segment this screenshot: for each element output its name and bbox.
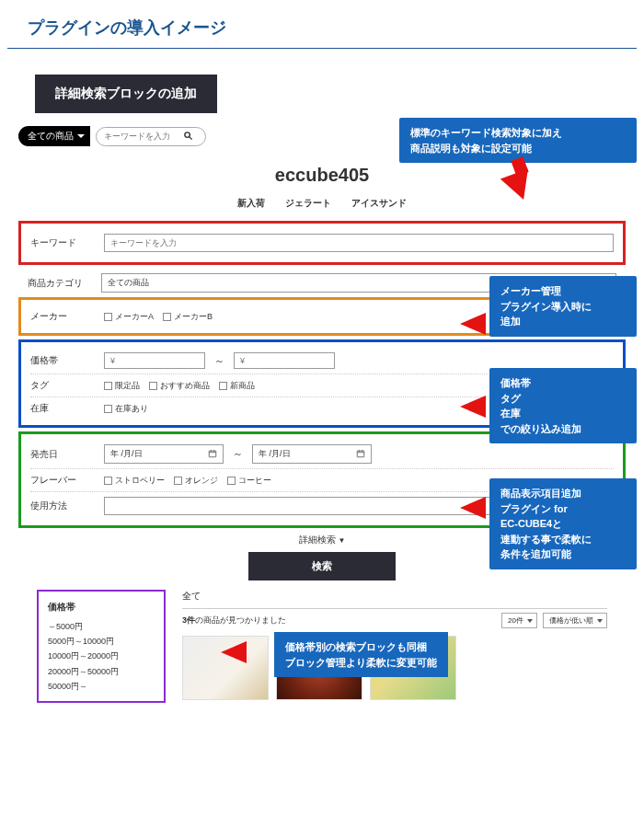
svg-rect-3	[209, 451, 216, 457]
callout-extra: 商品表示項目追加 プラグイン for EC-CUBE4と 連動する事で柔軟に 条…	[489, 478, 637, 569]
price-min-input[interactable]	[104, 352, 205, 369]
range-sep: ～	[233, 447, 243, 461]
stock-check[interactable]: 在庫あり	[104, 403, 148, 415]
stock-label: 在庫	[30, 402, 104, 415]
price-range-link[interactable]: 20000円～50000円	[48, 664, 155, 679]
category-dropdown[interactable]: 全ての商品	[18, 126, 90, 146]
maker-check-a[interactable]: メーカーA	[104, 311, 154, 323]
calendar-icon	[356, 449, 365, 460]
price-label: 価格帯	[30, 354, 104, 367]
per-page-select[interactable]: 20件	[501, 613, 537, 628]
flavor-check-1[interactable]: ストロベリー	[104, 475, 165, 487]
price-block-title: 価格帯	[48, 599, 155, 615]
chevron-down-icon: ▼	[338, 536, 345, 545]
maker-check-b[interactable]: メーカーB	[163, 311, 213, 323]
nav-item[interactable]: アイスサンド	[351, 197, 407, 210]
keyword-input[interactable]	[104, 234, 614, 252]
keyword-section: キーワード	[18, 221, 626, 265]
price-range-link[interactable]: 10000円～20000円	[48, 649, 155, 663]
range-sep: ～	[214, 354, 224, 368]
search-button[interactable]: 検索	[248, 552, 396, 580]
callout-price-tag-stock: 価格帯 タグ 在庫 での絞り込み追加	[489, 368, 637, 443]
results-tab-all[interactable]: 全て	[182, 590, 607, 603]
page-title: プラグインの導入イメージ	[0, 0, 644, 48]
arrow-icon	[460, 396, 486, 418]
category-label: 商品カテゴリ	[28, 277, 101, 290]
svg-rect-7	[357, 451, 364, 457]
release-label: 発売日	[30, 448, 104, 461]
price-range-link[interactable]: 5000円～10000円	[48, 634, 155, 649]
tag-check-1[interactable]: 限定品	[104, 380, 140, 392]
callout-maker: メーカー管理 プラグイン導入時に 追加	[489, 276, 637, 337]
flavor-check-2[interactable]: オレンジ	[174, 475, 218, 487]
price-range-link[interactable]: ～5000円	[48, 619, 155, 634]
callout-price-block: 価格帯別の検索ブロックも同梱 ブロック管理より柔軟に変更可能	[274, 632, 448, 677]
nav-item[interactable]: ジェラート	[285, 197, 331, 210]
svg-line-1	[190, 136, 192, 139]
keyword-label: キーワード	[30, 236, 104, 249]
top-search-input[interactable]	[104, 132, 178, 141]
arrow-icon	[221, 641, 247, 663]
search-icon[interactable]	[183, 131, 193, 143]
top-search-box[interactable]	[96, 127, 206, 146]
tag-check-3[interactable]: 新商品	[219, 380, 255, 392]
arrow-icon	[460, 497, 486, 519]
section-banner: 詳細検索ブロックの追加	[35, 75, 217, 113]
flavor-label: フレーバー	[30, 474, 104, 487]
svg-point-0	[185, 132, 190, 137]
release-from-input[interactable]: 年 /月/日	[104, 444, 224, 464]
price-max-input[interactable]	[234, 352, 335, 369]
nav-item[interactable]: 新入荷	[237, 197, 265, 210]
tag-label: タグ	[30, 379, 104, 392]
arrow-icon	[460, 313, 486, 335]
tag-check-2[interactable]: おすすめ商品	[149, 380, 210, 392]
title-divider	[7, 48, 637, 49]
price-range-block: 価格帯 ～5000円 5000円～10000円 10000円～20000円 20…	[37, 590, 166, 703]
usage-label: 使用方法	[30, 500, 104, 512]
price-range-link[interactable]: 50000円～	[48, 679, 155, 694]
main-nav: 新入荷 ジェラート アイスサンド	[18, 197, 626, 210]
calendar-icon	[208, 449, 217, 460]
callout-keyword: 標準のキーワード検索対象に加え 商品説明も対象に設定可能	[399, 118, 637, 163]
release-to-input[interactable]: 年 /月/日	[252, 444, 372, 464]
sort-select[interactable]: 価格が低い順	[543, 613, 607, 628]
flavor-check-3[interactable]: コーヒー	[227, 475, 271, 487]
maker-label: メーカー	[30, 310, 104, 323]
site-name: eccube405	[18, 165, 626, 186]
results-count: 3件の商品が見つかりました	[182, 615, 286, 626]
